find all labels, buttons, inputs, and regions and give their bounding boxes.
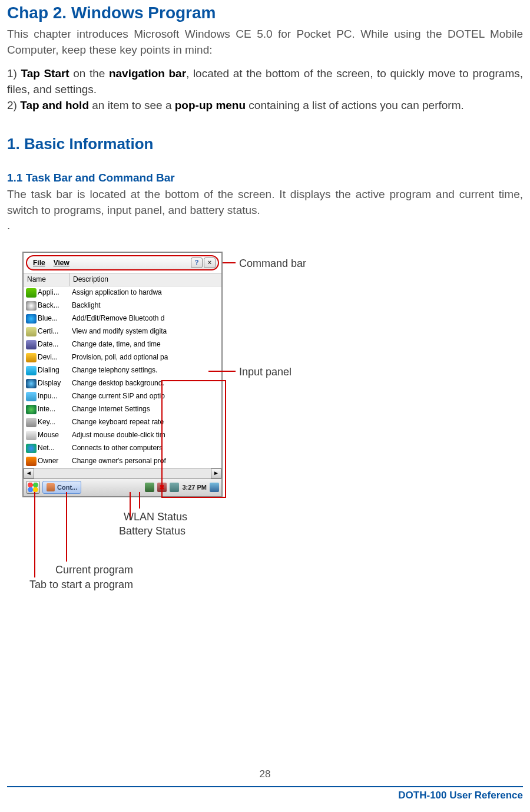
ann-input-panel: Input panel <box>239 365 292 379</box>
list-item-icon <box>26 379 37 388</box>
page-number: 28 <box>0 767 530 781</box>
list-rows: Appli...Assign application to hardwaBack… <box>24 286 221 468</box>
list-item[interactable]: Net...Connects to other computers <box>24 442 221 455</box>
ann-battery-status: Battery Status <box>119 524 186 539</box>
list-item-desc: Connects to other computers <box>69 443 221 453</box>
callout-line <box>208 371 236 372</box>
list-item-icon <box>26 457 37 466</box>
list-item-desc: Add/Edit/Remove Bluetooth d <box>69 313 221 324</box>
show-desktop-icon[interactable] <box>210 483 219 492</box>
list-item[interactable]: Certi...View and modify system digita <box>24 325 221 338</box>
list-item-name: Date... <box>38 339 69 349</box>
list-item-name: Net... <box>38 443 69 453</box>
list-item-desc: Adjust mouse double-click tim <box>69 430 221 440</box>
list-item-desc: Change Internet Settings <box>69 404 221 414</box>
list-item[interactable]: MouseAdjust mouse double-click tim <box>24 429 221 442</box>
list-item-icon <box>26 353 37 362</box>
scroll-track[interactable] <box>34 468 211 478</box>
callout-line <box>223 262 236 263</box>
ann-tab-start: Tab to start a program <box>29 577 133 592</box>
list-item-icon <box>26 327 37 336</box>
list-item-icon <box>26 366 37 375</box>
list-item-desc: Change telephony settings. <box>69 365 221 375</box>
battery-status-icon[interactable] <box>157 483 167 492</box>
list-item-icon <box>26 288 37 298</box>
help-glyph: ? <box>195 258 199 267</box>
list-item[interactable]: DisplayChange desktop background. <box>24 377 221 390</box>
list-item-name: Appli... <box>38 288 69 298</box>
list-item-desc: Change current SIP and optio <box>69 391 221 401</box>
intro-paragraph: This chapter introduces Microsoft Window… <box>7 27 523 58</box>
scroll-right-icon[interactable]: ► <box>211 468 221 478</box>
col-name[interactable]: Name <box>24 273 69 286</box>
li2-prefix: 2) <box>7 99 20 111</box>
li1-mid: on the <box>69 67 109 80</box>
ann-command-bar: Command bar <box>239 256 306 271</box>
taskbar-program-label: Cont... <box>57 483 77 492</box>
callout-line <box>66 492 67 562</box>
list-item[interactable]: Key...Change keyboard repeat rate <box>24 416 221 429</box>
taskbar-program-icon <box>47 483 55 491</box>
callout-line <box>139 492 140 509</box>
footer-text: DOTH-100 User Reference <box>398 788 523 803</box>
footer-divider <box>7 786 523 787</box>
list-item-icon <box>26 392 37 401</box>
para-taskbar: The task bar is located at the bottom of… <box>7 187 523 218</box>
list-item[interactable]: Inte...Change Internet Settings <box>24 403 221 416</box>
col-description[interactable]: Description <box>69 273 221 286</box>
tray-icon-1[interactable] <box>145 483 154 492</box>
list-item-desc: Backlight <box>69 301 221 311</box>
li1-prefix: 1) <box>7 67 21 80</box>
list-item-icon <box>26 301 37 311</box>
list-item[interactable]: OwnerChange owner's personal prof <box>24 455 221 468</box>
li2-post: containing a list of actions you can per… <box>246 99 464 111</box>
help-icon[interactable]: ? <box>191 258 203 268</box>
list-item-desc: Provision, poll, add optional pa <box>69 352 221 362</box>
list-item-icon <box>26 444 37 453</box>
list-item-name: Inpu... <box>38 391 69 401</box>
scroll-left-icon[interactable]: ◄ <box>24 468 34 478</box>
list-item-desc: Change desktop background. <box>69 378 221 388</box>
list-item-name: Display <box>38 378 69 388</box>
start-button-icon[interactable] <box>26 481 40 494</box>
li1-bold-navbar: navigation bar <box>109 67 186 80</box>
list-item[interactable]: Back...Backlight <box>24 299 221 312</box>
screenshot: File View ? × Name Description Appli...A… <box>22 252 223 497</box>
list-item-icon <box>26 405 37 414</box>
list-item-name: Inte... <box>38 404 69 414</box>
li2-mid: an item to see a <box>89 99 175 111</box>
li1-bold-tap-start: Tap Start <box>21 67 69 80</box>
taskbar-program-button[interactable]: Cont... <box>42 481 81 494</box>
heading-basic-info: 1. Basic Information <box>7 133 523 154</box>
wlan-status-icon[interactable] <box>170 483 179 492</box>
list-item-name: Owner <box>38 456 69 466</box>
list-item[interactable]: Appli...Assign application to hardwa <box>24 286 221 299</box>
list-item-name: Blue... <box>38 313 69 324</box>
list-item-desc: Change owner's personal prof <box>69 456 221 466</box>
callout-line <box>34 492 35 577</box>
chapter-title: Chap 2. Windows Program <box>7 1 523 24</box>
clock[interactable]: 3:27 PM <box>182 483 207 492</box>
list-item-name: Certi... <box>38 326 69 336</box>
li2-bold-popup: pop-up menu <box>175 99 246 111</box>
menu-file[interactable]: File <box>29 258 49 268</box>
li2-bold-taphold: Tap and hold <box>20 99 89 111</box>
command-bar[interactable]: File View ? × <box>26 255 219 270</box>
list-item[interactable]: DialingChange telephony settings. <box>24 364 221 377</box>
list-item-1: 1) Tap Start on the navigation bar, loca… <box>7 66 523 97</box>
menu-view[interactable]: View <box>50 258 73 268</box>
list-item[interactable]: Date...Change date, time, and time <box>24 338 221 351</box>
list-item-name: Back... <box>38 301 69 311</box>
h-scrollbar[interactable]: ◄ ► <box>24 468 221 478</box>
list-item[interactable]: Blue...Add/Edit/Remove Bluetooth d <box>24 312 221 325</box>
list-item[interactable]: Inpu...Change current SIP and optio <box>24 390 221 403</box>
close-icon[interactable]: × <box>204 258 216 268</box>
heading-taskbar-cmdbar: 1.1 Task Bar and Command Bar <box>7 170 523 186</box>
list-item-name: Key... <box>38 417 69 427</box>
list-item-icon <box>26 418 37 427</box>
list-item-icon <box>26 431 37 440</box>
screenshot-wrap: File View ? × Name Description Appli...A… <box>22 252 223 497</box>
list-item[interactable]: Devi...Provision, poll, add optional pa <box>24 351 221 364</box>
list-item-desc: View and modify system digita <box>69 326 221 336</box>
list-item-icon <box>26 340 37 349</box>
